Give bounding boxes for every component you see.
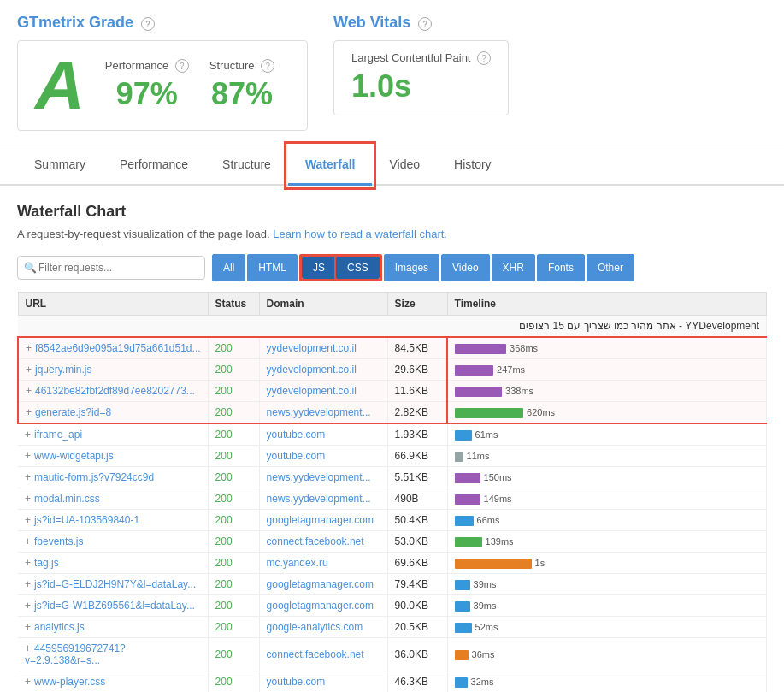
filter-css-button[interactable]: CSS <box>336 257 380 279</box>
table-header-row: URL Status Domain Size Timeline <box>18 293 767 316</box>
grade-letter: A <box>35 51 85 120</box>
gtmetrix-grade-title: GTmetrix Grade ? <box>17 14 308 32</box>
filter-row: 🔍 All HTML JS CSS Images Video XHR Fonts… <box>17 254 767 281</box>
row-status: 200 <box>208 337 259 359</box>
row-size: 490B <box>387 488 447 510</box>
filter-buttons: All HTML JS CSS Images Video XHR Fonts O… <box>212 254 634 281</box>
chart-description: A request-by-request visualization of th… <box>17 228 767 240</box>
table-row[interactable]: +modal.min.css200news.yydevelopment...49… <box>18 488 767 510</box>
row-url: +mautic-form.js?v7924cc9d <box>18 467 208 488</box>
row-url: +46132be82fbf2df89d7ee8202773... <box>18 381 208 402</box>
filter-video-button[interactable]: Video <box>441 254 489 281</box>
table-row[interactable]: +www-widgetapi.js200youtube.com66.9KB11m… <box>18 446 767 467</box>
structure-metric: Structure ? 87% <box>209 59 274 112</box>
row-size: 36.0KB <box>387 638 447 671</box>
row-url: +modal.min.css <box>18 488 208 510</box>
performance-label: Performance ? <box>105 59 189 73</box>
tab-performance[interactable]: Performance <box>103 145 205 186</box>
row-status: 200 <box>208 617 259 638</box>
table-row[interactable]: +js?id=UA-103569840-1200googletagmanager… <box>18 510 767 531</box>
filter-images-button[interactable]: Images <box>384 254 439 281</box>
table-row[interactable]: +js?id=G-ELDJ2H9N7Y&l=dataLay...200googl… <box>18 574 767 595</box>
row-domain: google-analytics.com <box>259 617 387 638</box>
filter-other-button[interactable]: Other <box>587 254 634 281</box>
filter-all-button[interactable]: All <box>212 254 245 281</box>
row-domain: youtube.com <box>259 446 387 467</box>
row-url: +www-player.css <box>18 671 208 693</box>
learn-link[interactable]: Learn how to read a waterfall chart. <box>273 228 447 240</box>
filter-input[interactable] <box>17 256 205 280</box>
waterfall-table: URL Status Domain Size Timeline YYDevelo… <box>17 292 767 692</box>
row-timeline: 149ms <box>447 488 766 510</box>
row-url: +generate.js?id=8 <box>18 402 208 424</box>
row-timeline: 139ms <box>447 531 766 553</box>
filter-js-button[interactable]: JS <box>302 257 336 279</box>
tabs-bar: Summary Performance Structure Waterfall … <box>0 145 784 186</box>
row-timeline: 52ms <box>447 617 766 638</box>
tab-structure[interactable]: Structure <box>205 145 288 186</box>
table-row[interactable]: +js?id=G-W1BZ695561&l=dataLay...200googl… <box>18 595 767 617</box>
row-url: +js?id=UA-103569840-1 <box>18 510 208 531</box>
filter-fonts-button[interactable]: Fonts <box>537 254 585 281</box>
table-row[interactable]: +www-player.css200youtube.com46.3KB32ms <box>18 671 767 693</box>
row-timeline: 66ms <box>447 510 766 531</box>
row-domain: connect.facebook.net <box>259 531 387 553</box>
table-row[interactable]: +jquery.min.js200yydevelopment.co.il29.6… <box>18 359 767 381</box>
row-url: +js?id=G-ELDJ2H9N7Y&l=dataLay... <box>18 574 208 595</box>
row-domain: yydevelopment.co.il <box>259 359 387 381</box>
lcp-label: Largest Contentful Paint ? <box>351 51 491 65</box>
content-area: Waterfall Chart A request-by-request vis… <box>0 186 784 692</box>
table-row[interactable]: +generate.js?id=8200news.yydevelopment..… <box>18 402 767 424</box>
row-status: 200 <box>208 446 259 467</box>
filter-html-button[interactable]: HTML <box>247 254 298 281</box>
row-timeline: 150ms <box>447 467 766 488</box>
structure-help-icon[interactable]: ? <box>261 59 274 73</box>
table-row[interactable]: +tag.js200mc.yandex.ru69.6KB1s <box>18 553 767 574</box>
structure-value: 87% <box>209 76 274 112</box>
row-size: 20.5KB <box>387 617 447 638</box>
structure-label: Structure ? <box>209 59 274 73</box>
web-vitals-help-icon[interactable]: ? <box>418 17 432 31</box>
row-size: 29.6KB <box>387 359 447 381</box>
tab-waterfall[interactable]: Waterfall <box>288 145 373 186</box>
lcp-help-icon[interactable]: ? <box>477 51 491 65</box>
row-size: 11.6KB <box>387 381 447 402</box>
row-status: 200 <box>208 574 259 595</box>
table-row[interactable]: +iframe_api200youtube.com1.93KB61ms <box>18 423 767 446</box>
row-url: +jquery.min.js <box>18 359 208 381</box>
row-domain: news.yydevelopment... <box>259 402 387 424</box>
row-domain: googletagmanager.com <box>259 510 387 531</box>
row-size: 90.0KB <box>387 595 447 617</box>
row-url: +f8542ae6d9e095a19d75a661d51d... <box>18 337 208 359</box>
row-timeline: 39ms <box>447 595 766 617</box>
table-row[interactable]: +analytics.js200google-analytics.com20.5… <box>18 617 767 638</box>
performance-value: 97% <box>105 76 189 112</box>
performance-help-icon[interactable]: ? <box>175 59 189 73</box>
chart-title: Waterfall Chart <box>17 203 767 221</box>
row-status: 200 <box>208 638 259 671</box>
filter-xhr-button[interactable]: XHR <box>492 254 535 281</box>
table-row[interactable]: +fbevents.js200connect.facebook.net53.0K… <box>18 531 767 553</box>
row-timeline: 61ms <box>447 423 766 446</box>
header-domain: Domain <box>259 293 387 316</box>
row-size: 50.4KB <box>387 510 447 531</box>
web-vitals-title: Web Vitals ? <box>333 14 509 32</box>
row-timeline: 1s <box>447 553 766 574</box>
vitals-card: Largest Contentful Paint ? 1.0s <box>333 40 509 115</box>
table-row[interactable]: +46132be82fbf2df89d7ee8202773...200yydev… <box>18 381 767 402</box>
tab-video[interactable]: Video <box>372 145 437 186</box>
row-size: 5.51KB <box>387 467 447 488</box>
row-domain: googletagmanager.com <box>259 595 387 617</box>
row-url: +iframe_api <box>18 423 208 446</box>
header-timeline: Timeline <box>447 293 766 316</box>
tab-history[interactable]: History <box>437 145 509 186</box>
row-url: +tag.js <box>18 553 208 574</box>
table-row[interactable]: +mautic-form.js?v7924cc9d200news.yydevel… <box>18 467 767 488</box>
tab-summary[interactable]: Summary <box>17 145 103 186</box>
row-status: 200 <box>208 423 259 446</box>
row-status: 200 <box>208 510 259 531</box>
gtmetrix-help-icon[interactable]: ? <box>141 17 155 31</box>
table-row[interactable]: +445956919672741?v=2.9.138&r=s...200conn… <box>18 638 767 671</box>
table-row[interactable]: +f8542ae6d9e095a19d75a661d51d...200yydev… <box>18 337 767 359</box>
row-status: 200 <box>208 381 259 402</box>
